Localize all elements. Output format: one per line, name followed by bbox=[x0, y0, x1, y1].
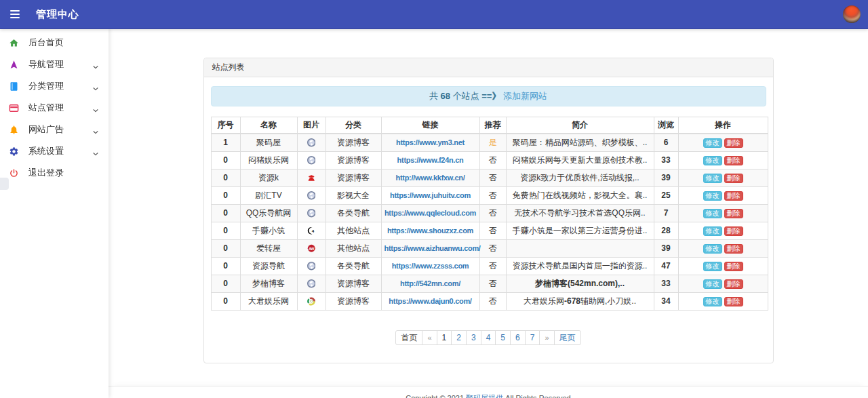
delete-button[interactable]: 删除 bbox=[724, 209, 743, 218]
globe-icon bbox=[300, 191, 323, 200]
site-row: 0大君娱乐网资源博客https://www.dajun0.com/否大君娱乐网-… bbox=[211, 293, 768, 311]
site-link[interactable]: https://www.juhuitv.com bbox=[390, 191, 471, 199]
views-cell: 34 bbox=[654, 293, 678, 311]
intro-cell: 无技术不导航学习技术首选QQ乐网.. bbox=[506, 205, 654, 222]
intro-text: 大君娱乐网 bbox=[524, 296, 564, 306]
actions-cell: 修改删除 bbox=[678, 205, 768, 222]
delete-button[interactable]: 删除 bbox=[724, 191, 743, 201]
delete-button[interactable]: 删除 bbox=[724, 279, 743, 289]
column-header: 链接 bbox=[381, 117, 479, 134]
site-table: 序号名称图片分类链接推荐简介浏览操作 1聚码屋资源博客https://www.y… bbox=[211, 117, 768, 311]
page-current: 1 bbox=[437, 330, 452, 345]
actions-cell: 修改删除 bbox=[678, 258, 768, 275]
edit-button[interactable]: 修改 bbox=[703, 138, 722, 148]
name-cell: QQ乐导航网 bbox=[240, 205, 297, 222]
intro-text: 聚码屋：精品网站源码、织梦模板、.. bbox=[513, 138, 648, 147]
category-cell: 资源博客 bbox=[326, 275, 381, 293]
user-avatar[interactable] bbox=[843, 5, 861, 23]
delete-button[interactable]: 删除 bbox=[724, 297, 743, 306]
aw-icon: AW bbox=[300, 244, 323, 253]
collapsed-edge-tab[interactable] bbox=[0, 178, 9, 190]
actions-cell: 修改删除 bbox=[678, 240, 768, 258]
sidebar-item-1[interactable]: 后台首页 bbox=[0, 32, 108, 54]
favicon-cell bbox=[297, 187, 326, 205]
link-cell: https://www.qqlecloud.com bbox=[381, 205, 479, 222]
page-button[interactable]: 2 bbox=[451, 330, 467, 345]
seq-cell: 0 bbox=[211, 222, 240, 240]
sidebar-item-6[interactable]: 系统设置 bbox=[0, 140, 108, 162]
page-button[interactable]: 3 bbox=[466, 330, 481, 345]
sidebar-item-label: 导航管理 bbox=[28, 58, 92, 71]
edit-button[interactable]: 修改 bbox=[703, 174, 722, 183]
category-cell: 影视大全 bbox=[326, 187, 381, 205]
page-button[interactable]: 6 bbox=[510, 330, 526, 345]
recommended-flag: 否 bbox=[489, 208, 497, 218]
site-link[interactable]: https://www.dajun0.com/ bbox=[389, 297, 471, 305]
site-link[interactable]: https://www.qqlecloud.com bbox=[384, 209, 476, 217]
actions-cell: 修改删除 bbox=[678, 152, 768, 170]
recommended-flag: 是 bbox=[489, 138, 497, 147]
category-cell: 各类导航 bbox=[326, 205, 381, 222]
intro-cell: 闷猪娱乐网每天更新大量原创技术教.. bbox=[506, 152, 654, 170]
favicon-cell bbox=[297, 152, 326, 170]
sidebar-item-4[interactable]: 站点管理 bbox=[0, 97, 108, 119]
site-link[interactable]: https://www.shouzxz.com bbox=[387, 226, 473, 235]
intro-cell: 聚码屋：精品网站源码、织梦模板、.. bbox=[506, 134, 654, 152]
site-link[interactable]: http://542mn.com/ bbox=[400, 279, 460, 287]
delete-button[interactable]: 删除 bbox=[724, 138, 743, 148]
site-link[interactable]: https://www.f24n.cn bbox=[397, 156, 464, 164]
copyright-prefix: Copyright © 2021 bbox=[406, 394, 466, 398]
svg-text:AW: AW bbox=[309, 246, 314, 251]
page-button[interactable]: 7 bbox=[525, 330, 540, 345]
provider-link[interactable]: 聚码屋提供 bbox=[466, 394, 503, 398]
site-link[interactable]: https://www.zzsss.com bbox=[392, 262, 469, 270]
book-icon bbox=[9, 81, 19, 92]
edit-button[interactable]: 修改 bbox=[703, 244, 722, 254]
delete-button[interactable]: 删除 bbox=[724, 262, 743, 271]
recommended-flag: 否 bbox=[489, 226, 497, 235]
delete-button[interactable]: 删除 bbox=[724, 226, 743, 236]
sidebar-item-2[interactable]: 导航管理 bbox=[0, 54, 108, 75]
actions-cell: 修改删除 bbox=[678, 170, 768, 187]
delete-button[interactable]: 删除 bbox=[724, 244, 743, 254]
actions-cell: 修改删除 bbox=[678, 134, 768, 152]
menu-icon[interactable] bbox=[10, 10, 20, 18]
favicon-cell bbox=[297, 293, 326, 311]
site-row: 0手赚小筑4其他站点https://www.shouzxz.com否手赚小筑是一… bbox=[211, 222, 768, 240]
intro-text: 梦楠博客(542mn.com),.. bbox=[535, 279, 625, 288]
page-button[interactable]: 尾页 bbox=[554, 330, 581, 345]
site-link[interactable]: https://www.ym3.net bbox=[396, 138, 465, 146]
sidebar: 后台首页导航管理分类管理站点管理网站广告系统设置退出登录 bbox=[0, 28, 108, 398]
app-title: 管理中心 bbox=[36, 8, 79, 21]
edit-button[interactable]: 修改 bbox=[703, 262, 722, 271]
page-button[interactable]: 4 bbox=[481, 330, 496, 345]
link-cell: http://542mn.com/ bbox=[381, 275, 479, 293]
sidebar-item-label: 网站广告 bbox=[28, 123, 92, 136]
page-button[interactable]: 5 bbox=[495, 330, 511, 345]
actions-cell: 修改删除 bbox=[678, 293, 768, 311]
edit-button[interactable]: 修改 bbox=[703, 226, 722, 236]
column-header: 图片 bbox=[297, 117, 326, 134]
edit-button[interactable]: 修改 bbox=[703, 279, 722, 289]
sidebar-item-5[interactable]: 网站广告 bbox=[0, 119, 108, 140]
add-site-link[interactable]: 添加新网站 bbox=[503, 91, 547, 101]
delete-button[interactable]: 删除 bbox=[724, 174, 743, 183]
favicon-cell bbox=[297, 134, 326, 152]
seq-cell: 0 bbox=[211, 152, 240, 170]
favicon-cell bbox=[297, 205, 326, 222]
edit-button[interactable]: 修改 bbox=[703, 156, 722, 165]
agent-icon bbox=[300, 174, 323, 182]
column-header: 名称 bbox=[240, 117, 297, 134]
sidebar-item-3[interactable]: 分类管理 bbox=[0, 75, 108, 97]
edit-button[interactable]: 修改 bbox=[703, 209, 722, 218]
site-row: 1聚码屋资源博客https://www.ym3.net是聚码屋：精品网站源码、织… bbox=[211, 134, 768, 152]
column-header: 分类 bbox=[326, 117, 381, 134]
site-link[interactable]: http://www.kkfxw.cn/ bbox=[396, 174, 465, 182]
edit-button[interactable]: 修改 bbox=[703, 191, 722, 201]
edit-button[interactable]: 修改 bbox=[703, 297, 722, 306]
category-cell: 资源博客 bbox=[326, 293, 381, 311]
site-link[interactable]: https://www.aizhuanwu.com/ bbox=[384, 244, 481, 252]
intro-text: 资源技术导航是国内首屈一指的资源.. bbox=[513, 261, 648, 271]
sidebar-item-7[interactable]: 退出登录 bbox=[0, 162, 108, 184]
delete-button[interactable]: 删除 bbox=[724, 156, 743, 165]
